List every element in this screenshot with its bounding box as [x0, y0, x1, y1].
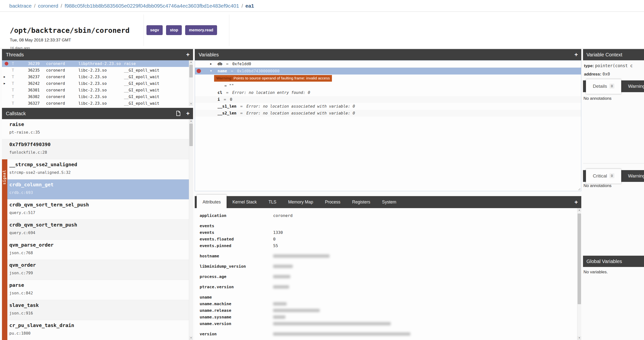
variable-address-row: address: 0x0 — [584, 72, 610, 77]
frame-function: cr_pu_slave_task_drain — [9, 322, 193, 328]
expand-arrow-icon[interactable]: ▶ — [4, 74, 6, 80]
attribute-row: ptrace.version — [200, 284, 581, 290]
copy-callstack-icon[interactable] — [176, 111, 180, 116]
thread-row[interactable]: ▶ T 36237 coronerd libc-2.23.so __GI_epo… — [2, 74, 193, 80]
tab-warnings[interactable]: Warnings — [621, 80, 644, 92]
thread-row[interactable]: ▶ T 36242 coronerd libc-2.23.so __GI_epo… — [2, 80, 193, 87]
thread-id: 36302 — [19, 93, 40, 100]
scroll-up-icon[interactable]: ▲ — [189, 119, 193, 123]
frame-location: query.c:694 — [9, 230, 193, 235]
thread-function: __GI_epoll_wait — [124, 87, 193, 93]
tab-critical[interactable]: Critical0 — [586, 169, 621, 184]
scrollbar[interactable]: ▲ ▼ — [189, 60, 193, 106]
thread-process: coronerd — [46, 87, 78, 93]
callstack-frame[interactable]: qvm_order json.c:799 — [2, 260, 193, 280]
scrollbar-thumb[interactable] — [189, 65, 193, 78]
detail-tab[interactable]: System — [376, 196, 402, 208]
callstack-frame[interactable]: __strcmp_sse2_unaligned strcmp-sse2-unal… — [2, 159, 193, 179]
callstack-frame[interactable]: 0x7fb97f490390 funlockfile.c:28 — [2, 139, 193, 159]
type-label: type: — [584, 64, 594, 68]
callstack-frame[interactable]: crdb_column_get crdb.c:693 — [2, 179, 193, 200]
equals-sign: = — [240, 104, 243, 109]
thread-id: 36235 — [19, 67, 40, 74]
address-label: address: — [584, 72, 602, 77]
attribute-value: coronerd — [273, 212, 292, 219]
scroll-up-icon[interactable]: ▲ — [577, 208, 581, 212]
variable-row-s2-len[interactable]: __s2_len = Error: no location associated… — [195, 110, 581, 117]
variable-row-cl[interactable]: cl = Error: no location entry found: 0 — [195, 89, 581, 96]
callstack-frame[interactable]: crdb_qvm_sort_term_push query.c:694 — [2, 220, 193, 240]
thread-row[interactable]: ▶ T 36327 coronerd libc-2.23.so __GI_epo… — [2, 100, 193, 106]
add-tab-icon[interactable]: + — [574, 196, 578, 208]
thread-process: coronerd — [46, 67, 78, 74]
expand-arrow-icon[interactable]: ▶ — [210, 61, 212, 67]
action-button[interactable]: memory.read — [185, 25, 217, 35]
variable-row-i[interactable]: i = 0 — [195, 96, 581, 103]
redacted-value — [273, 265, 293, 268]
variable-row-s1-len[interactable]: __s1_len = Error: no location associated… — [195, 103, 581, 110]
add-panel-icon[interactable]: + — [186, 49, 190, 60]
tab-critical-label: Critical — [593, 173, 607, 178]
expand-arrow-icon[interactable]: ▶ — [4, 80, 6, 87]
detail-tab[interactable]: Registers — [346, 196, 376, 208]
thread-flag: T — [12, 93, 19, 100]
variable-list: ▶ db = 0xfe1dd0 ▼ name = 0x1d0bd74300000… — [195, 60, 581, 191]
critical-count-badge: 0 — [610, 173, 614, 178]
frame-location: json.c:916 — [9, 311, 193, 315]
scroll-down-icon[interactable]: ▼ — [189, 336, 193, 340]
thread-row[interactable]: ▶ T 36301 coronerd libc-2.23.so __GI_epo… — [2, 87, 193, 93]
thread-module: libc-2.23.so — [78, 100, 124, 106]
thread-row[interactable]: ▶ T 36239 coronerd libpthread-2.23.so ra… — [2, 60, 193, 67]
scroll-down-icon[interactable]: ▼ — [577, 336, 581, 340]
collapse-arrow-icon[interactable]: ▼ — [210, 68, 212, 75]
variable-row-db[interactable]: ▶ db = 0xfe1dd0 — [195, 61, 581, 68]
action-button[interactable]: segv — [146, 25, 163, 35]
variable-error: Error: no location associated with varia… — [246, 104, 355, 109]
attribute-key: events.floated — [200, 236, 273, 242]
scrollbar[interactable]: ▲ ▼ — [577, 208, 581, 340]
callstack-frame[interactable]: qvm_parse_order json.c:768 — [2, 240, 193, 260]
header-divider — [229, 15, 229, 46]
callstack-frame[interactable]: cr_pu_slave_task_drain pu.c:1800 — [2, 320, 193, 340]
address-value: 0x0 — [602, 72, 610, 77]
tab-warnings[interactable]: Warnings — [621, 170, 644, 182]
scrollbar-thumb[interactable] — [578, 213, 581, 304]
callstack-frame[interactable]: raise pt-raise.c:35 — [2, 119, 193, 139]
detail-tab[interactable]: Process — [319, 196, 346, 208]
callstack-frame[interactable]: parse json.c:842 — [2, 280, 193, 300]
breadcrumb-universe[interactable]: backtrace — [9, 3, 32, 9]
thread-function: __GI_epoll_wait — [124, 100, 193, 106]
equals-sign: = — [226, 62, 228, 66]
detail-tab[interactable]: Memory Map — [282, 196, 319, 208]
thread-row[interactable]: ▶ T 36302 coronerd libc-2.23.so __GI_epo… — [2, 93, 193, 100]
thread-function: __GI_epoll_wait — [124, 80, 193, 87]
breadcrumb-object-hash[interactable]: f988c05fcb1bb8b5835605e0229f04dbb095c474… — [65, 3, 239, 9]
attribute-key: uname.version — [200, 320, 273, 327]
add-panel-icon[interactable]: + — [186, 108, 190, 119]
critical-tabbar: Critical0 Warnings — [583, 170, 644, 182]
scroll-up-icon[interactable]: ▲ — [189, 60, 193, 64]
thread-module: libc-2.23.so — [78, 93, 124, 100]
detail-tab[interactable]: Attributes — [197, 195, 226, 210]
callstack-frame[interactable]: slave_task json.c:916 — [2, 300, 193, 320]
scrollbar[interactable]: ▲ ▼ — [189, 119, 193, 340]
attribute-row: version — [200, 331, 581, 337]
detail-tab[interactable]: TLS — [262, 196, 282, 208]
variable-row-name[interactable]: ▼ name = 0x1d0bd74300000000 — [195, 68, 581, 75]
thread-row[interactable]: ▶ T 36235 coronerd libc-2.23.so __GI_epo… — [2, 67, 193, 74]
breadcrumb-project[interactable]: coronerd — [38, 3, 58, 9]
detail-tab[interactable]: Kernel Stack — [226, 196, 262, 208]
action-button[interactable]: stop — [166, 25, 182, 35]
tab-details[interactable]: Details0 — [586, 79, 621, 94]
resize-grip[interactable] — [577, 187, 580, 190]
callstack-panel-title: Callstack — [6, 111, 26, 116]
variable-name: db — [218, 62, 222, 66]
redacted-value — [273, 275, 290, 278]
callstack-frame[interactable]: crdb_qvm_sort_term_sel_push query.c:517 — [2, 200, 193, 220]
scroll-down-icon[interactable]: ▼ — [189, 102, 193, 106]
scrollbar-thumb[interactable] — [189, 124, 193, 146]
attribute-key: uname — [200, 294, 273, 300]
attribute-key: uname.machine — [200, 300, 273, 307]
thread-process: coronerd — [46, 100, 78, 106]
add-panel-icon[interactable]: + — [574, 49, 578, 60]
